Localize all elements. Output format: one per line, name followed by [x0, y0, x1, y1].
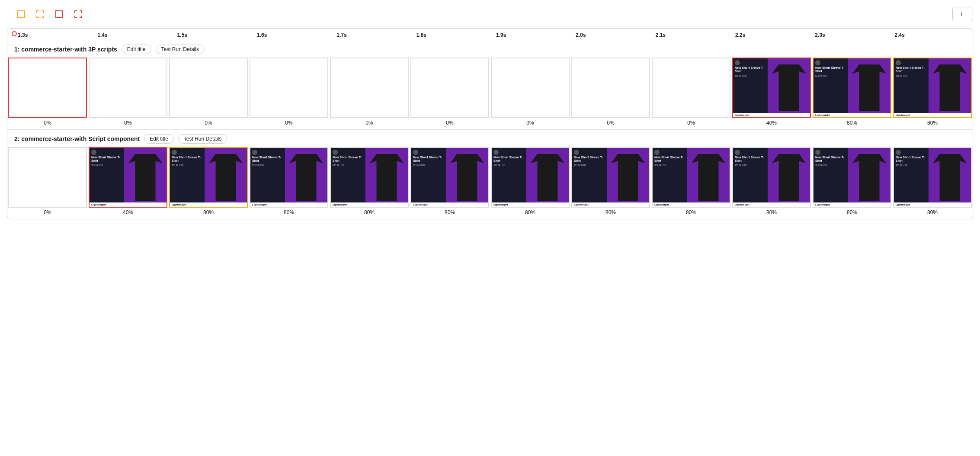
product-icon: [252, 150, 257, 155]
frame-image: New Short Sleeve T-Shirt $25.99 USD ≡ Li…: [732, 58, 811, 118]
frame-percent: 0%: [285, 120, 292, 126]
empty-frame: [9, 58, 86, 117]
timeline-tick: 2.1s: [654, 32, 733, 38]
frame-image: New Short Sleeve T-Shirt $25.99 USD ≡ Li…: [732, 147, 811, 208]
frame-cell: 0%: [168, 58, 249, 129]
frame-percent: 0%: [205, 120, 212, 126]
empty-frame: [250, 58, 327, 117]
frame-cell: New Short Sleeve T-Shirt $25.99 USD ≡ Li…: [812, 58, 892, 129]
tshirt-icon: [852, 64, 886, 112]
product-title: New Short Sleeve T-Shirt: [413, 156, 446, 163]
frame-cell: New Short Sleeve T-Shirt $25.99 USD ≡ Li…: [329, 147, 410, 219]
empty-frame: [492, 58, 569, 117]
tshirt-icon: [772, 154, 806, 201]
rows-container: 1: commerce-starter-with 3P scriptsEdit …: [7, 40, 973, 219]
product-card: New Short Sleeve T-Shirt $25.99 USD ≡ Li…: [733, 148, 810, 207]
frame-image: [491, 58, 570, 118]
frame-percent: 0%: [124, 120, 131, 126]
product-price: $25.99 USD: [172, 164, 205, 167]
frames-row-1: 0%0%0%0%0%0%0%0%0% New Short Sleeve T-Sh…: [7, 58, 973, 129]
frame-percent: 0%: [44, 120, 51, 126]
product-icon: [735, 60, 740, 65]
legend-item-lcp-layout: [74, 10, 85, 18]
product-title: New Short Sleeve T-Shirt: [815, 156, 849, 163]
frame-image: New Short Sleeve T-Shirt $25.99 USD ≡ Li…: [893, 147, 972, 208]
frame-percent: 80%: [284, 209, 294, 215]
frame-percent: 0%: [687, 120, 695, 126]
top-bar: +: [7, 7, 973, 21]
empty-frame: [90, 58, 167, 117]
frame-cell: 0%: [249, 58, 329, 129]
filmstrip-row-2: 2: commerce-starter-with Script componen…: [7, 130, 973, 219]
frame-image: [330, 58, 409, 118]
product-price: $25.99 USD: [252, 164, 285, 167]
frame-percent: 40%: [766, 120, 777, 126]
legend: [7, 10, 85, 18]
frame-cell: 0%: [7, 58, 88, 129]
tshirt-icon: [289, 154, 323, 201]
product-image: [768, 148, 810, 207]
frame-cell: New Short Sleeve T-Shirt $25.99 USD ≡ Li…: [731, 58, 812, 129]
frame-image: New Short Sleeve T-Shirt $25.99 USD ≡ Li…: [410, 147, 489, 208]
product-title: New Short Sleeve T-Shirt: [574, 156, 607, 163]
empty-frame: [411, 58, 488, 117]
frame-image: New Short Sleeve T-Shirt $25.99 USD ≡ Li…: [893, 58, 972, 118]
frame-image: New Short Sleeve T-Shirt $25.99 USD ≡ Li…: [89, 147, 167, 208]
tshirt-icon: [692, 154, 725, 201]
frame-image: New Short Sleeve T-Shirt $25.99 USD ≡ Li…: [652, 147, 730, 208]
product-price: $25.99 USD: [815, 74, 849, 77]
adjust-icon: +: [960, 11, 963, 17]
frame-image: New Short Sleeve T-Shirt $25.99 USD ≡ Li…: [491, 147, 570, 208]
frame-cell: 0%: [7, 147, 88, 219]
product-badge: Lightweight: [653, 202, 730, 207]
timeline-tick: 1.9s: [494, 32, 574, 38]
frame-cell: New Short Sleeve T-Shirt $25.99 USD ≡ Li…: [249, 147, 329, 219]
product-image: [285, 148, 327, 207]
row-header-1: 1: commerce-starter-with 3P scriptsEdit …: [7, 45, 973, 58]
empty-frame: [331, 58, 408, 117]
product-icon: [654, 150, 660, 155]
product-title: New Short Sleeve T-Shirt: [91, 156, 125, 163]
product-icon: [815, 60, 820, 65]
product-icon: [896, 60, 901, 65]
product-title: New Short Sleeve T-Shirt: [252, 156, 285, 163]
product-price: $25.99 USD: [91, 164, 125, 167]
tshirt-icon: [611, 154, 645, 201]
frame-percent: 80%: [525, 209, 535, 215]
empty-frame: [9, 148, 86, 207]
edit-title-button-2[interactable]: Edit title: [144, 134, 174, 144]
product-title: New Short Sleeve T-Shirt: [172, 156, 205, 163]
frame-image: New Short Sleeve T-Shirt $25.99 USD ≡ Li…: [813, 147, 891, 208]
frame-cell: New Short Sleeve T-Shirt $25.99 USD ≡ Li…: [168, 147, 249, 219]
start-marker: [12, 31, 17, 36]
adjust-filmstrip-button[interactable]: +: [952, 7, 973, 21]
tshirt-icon: [531, 154, 564, 201]
product-image: [929, 58, 971, 117]
product-price: $25.99 USD: [896, 74, 929, 77]
frame-percent: 0%: [526, 120, 534, 126]
edit-title-button-1[interactable]: Edit title: [122, 45, 151, 54]
product-badge: Lightweight: [90, 202, 167, 207]
frame-percent: 80%: [766, 209, 777, 215]
timeline-tick: 2.2s: [733, 32, 813, 38]
product-badge: Lightweight: [250, 202, 327, 207]
product-title: New Short Sleeve T-Shirt: [654, 156, 688, 163]
product-card: New Short Sleeve T-Shirt $25.99 USD ≡ Li…: [813, 58, 890, 117]
frame-cell: New Short Sleeve T-Shirt $25.99 USD ≡ Li…: [410, 147, 490, 219]
frame-percent: 80%: [847, 209, 857, 215]
tshirt-icon: [128, 154, 162, 201]
filmstrip-container: 1.3s1.4s1.5s1.6s1.7s1.8s1.9s2.0s2.1s2.2s…: [7, 28, 973, 219]
product-image: [687, 148, 730, 207]
test-run-details-button-1[interactable]: Test Run Details: [156, 45, 205, 54]
timeline-tick: 1.4s: [96, 32, 175, 38]
test-run-details-button-2[interactable]: Test Run Details: [178, 134, 227, 144]
visual-change-icon: [17, 10, 25, 18]
product-card: New Short Sleeve T-Shirt $25.99 USD ≡ Li…: [331, 148, 408, 207]
row-title-1: 1: commerce-starter-with 3P scripts: [14, 46, 117, 53]
product-card: New Short Sleeve T-Shirt $25.99 USD ≡ Li…: [90, 148, 167, 207]
product-image: [848, 58, 890, 117]
timeline-ticks: 1.3s1.4s1.5s1.6s1.7s1.8s1.9s2.0s2.1s2.2s…: [7, 32, 973, 38]
frame-cell: New Short Sleeve T-Shirt $25.99 USD ≡ Li…: [570, 147, 651, 219]
product-price: $25.99 USD: [413, 164, 446, 167]
product-card: New Short Sleeve T-Shirt $25.99 USD ≡ Li…: [653, 148, 730, 207]
